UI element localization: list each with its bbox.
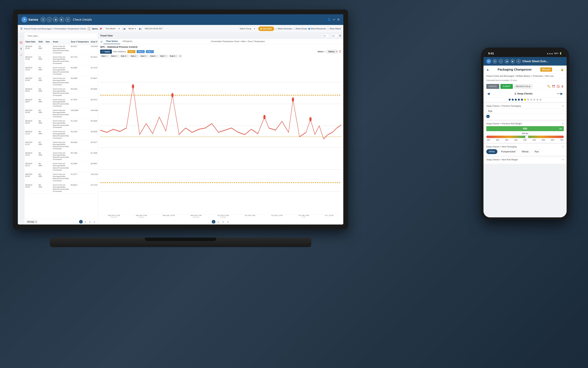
group-dropdown-icon[interactable]: ▾ xyxy=(254,28,255,30)
tab-histogram[interactable]: Histogram xyxy=(120,39,135,44)
option-btn-wheat[interactable]: Wheat xyxy=(519,149,531,154)
rule-tag-x[interactable]: ✕ xyxy=(126,55,128,57)
col-item[interactable]: Item ↕ xyxy=(45,40,52,44)
period-dropdown-icon[interactable]: ▾ xyxy=(135,28,136,30)
delete-icon-phone[interactable]: 🗑 xyxy=(561,85,564,88)
table-row[interactable]: 08/15/24 01:52 4th Shift Kanoa Foods and… xyxy=(24,151,98,162)
sidebar-download-icon[interactable]: ⬇ xyxy=(19,46,23,51)
rule-tag-x[interactable]: ✕ xyxy=(175,55,176,57)
table-row[interactable]: 08/15/24 23:19 3rd Shift Kanoa Foods and… xyxy=(24,65,98,76)
show-group-checkbox[interactable] xyxy=(294,28,295,30)
prev-packaging-input[interactable] xyxy=(486,109,564,114)
this-month-chip-close[interactable]: ✕ xyxy=(116,28,118,30)
swap-nav-prev[interactable]: ◀ xyxy=(486,91,491,96)
sidebar-filter-icon[interactable]: 🚫 xyxy=(19,40,23,45)
phone-home-button[interactable]: ⌂ xyxy=(499,59,503,64)
rule-tag-dropdown[interactable]: ▾ xyxy=(179,55,182,57)
table-row[interactable]: 08/15/24 00:07 4th Shift Kanoa Foods and… xyxy=(24,98,98,108)
slider-thumb[interactable] xyxy=(525,135,528,138)
nelson-clear-button[interactable]: ✕ xyxy=(324,50,326,53)
table-row[interactable]: 08/15/24 00:49 4th Shift Kanoa Foods and… xyxy=(24,119,98,129)
swap-nav-next[interactable]: ▶ xyxy=(560,91,564,96)
table-row[interactable]: 08/15/24 00:28 4th Shift Kanoa Foods and… xyxy=(24,108,98,119)
table-row[interactable]: 08/15/24 01:31 4th Shift Kanoa Foods and… xyxy=(24,140,98,151)
table-row[interactable]: 08/15/24 02:13 4th Shift Kanoa Foods and… xyxy=(24,162,98,172)
rule-tag-x[interactable]: ✕ xyxy=(165,55,167,57)
get-data-button[interactable]: ▶ Get Data xyxy=(258,27,274,31)
swap-nav-dropdown[interactable]: ▾ xyxy=(558,92,560,95)
show-resources-checkbox[interactable] xyxy=(308,28,310,30)
time-icon-phone[interactable]: ⏰ xyxy=(552,85,555,88)
show-summary-checkbox[interactable] xyxy=(276,28,277,30)
nav-next-icon[interactable]: ▶| xyxy=(139,28,141,30)
phone-refresh-button[interactable]: ↻ xyxy=(516,59,521,64)
table-row[interactable]: 08/14/24 23:46 1st Shift Kanoa Foods and… xyxy=(24,55,98,65)
user-icon[interactable]: 👤 xyxy=(327,18,331,21)
table-search-input[interactable] xyxy=(26,34,96,38)
table-row[interactable]: 08/15/24 02:34 4th Shift Kanoa Foods and… xyxy=(24,172,98,183)
table-row[interactable]: 08/15/24 23:40 3rd Shift Kanoa Foods and… xyxy=(24,76,98,87)
min-input[interactable] xyxy=(322,34,329,37)
hamburger-menu-button[interactable]: ☰ xyxy=(40,17,46,22)
col-asset[interactable]: Asset ↕ xyxy=(52,40,70,44)
nav-prev-icon[interactable]: |◀ xyxy=(123,28,125,30)
max-input[interactable] xyxy=(331,34,338,37)
tab-time-series[interactable]: Time Series xyxy=(103,39,120,44)
option-btn-white[interactable]: White xyxy=(486,149,497,154)
chip-dropdown-icon[interactable]: ▾ xyxy=(119,28,120,30)
block-icon-phone[interactable]: 🚫 xyxy=(557,85,560,88)
apply-button[interactable]: ✓ Apply xyxy=(100,50,112,54)
phone-hamburger-button[interactable]: ☰ xyxy=(493,59,497,64)
submit-button-phone[interactable]: SUBMIT xyxy=(500,84,513,89)
nelson-select[interactable]: Nelson xyxy=(327,50,338,54)
rule-tag-x[interactable]: ✕ xyxy=(136,55,137,57)
table-row[interactable]: 08/14/24 23:25 1st Shift Kanoa Foods and… xyxy=(24,44,98,55)
swap-nav-x[interactable]: ✕ xyxy=(557,92,558,95)
section-collapse-icon[interactable]: ▲ xyxy=(486,68,489,71)
table-row[interactable]: 08/15/24 01:10 4th Shift Kanoa Foods and… xyxy=(24,129,98,140)
home-button[interactable]: ⌂ xyxy=(47,17,52,22)
option-btn-rye[interactable]: Rye xyxy=(532,149,542,154)
option-btn-pumpernickel[interactable]: Pumpernickel xyxy=(498,149,518,154)
edit-icon-phone[interactable]: ✏️ xyxy=(547,85,551,88)
next-roll-weight-x[interactable]: ✕ xyxy=(562,158,564,161)
settings-icon[interactable]: ⚙ xyxy=(337,18,340,21)
page-2-button[interactable]: 2 xyxy=(84,220,87,224)
logout-icon[interactable]: ↩ xyxy=(333,18,335,21)
roll-weight-x[interactable]: ✕ xyxy=(562,122,564,125)
prev-packaging-x[interactable]: ✕ xyxy=(562,105,564,107)
rule-tag-x[interactable]: ✕ xyxy=(156,55,157,57)
col-z1[interactable]: Zone 1 Temperature xyxy=(70,40,90,44)
sidebar-menu-icon[interactable]: ⋯ xyxy=(19,34,23,39)
refresh-button[interactable]: ↻ xyxy=(65,17,70,22)
col-z2[interactable]: Zone 2 Temperature xyxy=(90,40,98,44)
chart-page-4[interactable]: 4 xyxy=(226,220,230,224)
page-4-button[interactable]: 4 xyxy=(93,220,96,224)
phone-back-button[interactable]: ◀ xyxy=(505,59,509,64)
chart-page-3[interactable]: 3 xyxy=(221,220,225,224)
table-row[interactable]: 08/15/24 02:55 4th Shift Kanoa Foods and… xyxy=(24,183,98,193)
back-button[interactable]: ◀ xyxy=(53,17,58,22)
slider-track[interactable] xyxy=(486,136,564,138)
rule-tag-x[interactable]: ✕ xyxy=(117,55,118,57)
cancel-button-phone[interactable]: CANCEL xyxy=(486,84,499,89)
forward-button[interactable]: ▶ xyxy=(59,17,64,22)
date-end-chip[interactable]: 09/01/24 00:00 EDT xyxy=(143,27,165,30)
select-group-chip[interactable]: Select Group... ▾ xyxy=(238,27,257,31)
chart-page-1[interactable]: 1 xyxy=(212,220,215,224)
col-date[interactable]: Taken Date ↕ xyxy=(24,40,37,44)
show-status-checkbox[interactable] xyxy=(327,28,329,30)
phone-forward-button[interactable]: ▶ xyxy=(511,59,515,64)
nelson-help-icon[interactable]: ❓ xyxy=(339,50,341,53)
chart-page-2[interactable]: 2 xyxy=(217,220,220,224)
rule1-badge[interactable]: Rule 1 xyxy=(128,50,135,53)
col-shift[interactable]: Shift ↕ xyxy=(37,40,45,44)
period-chip[interactable]: Month ▾ xyxy=(127,27,138,31)
page-3-button[interactable]: 3 xyxy=(88,220,92,224)
rule-tag-x[interactable]: ✕ xyxy=(107,55,108,57)
this-month-chip[interactable]: This Month ✕ ▾ xyxy=(104,27,121,31)
rule7-badge[interactable]: Rule 7 xyxy=(146,50,154,53)
page-1-button[interactable]: 1 xyxy=(79,220,83,224)
rows-per-page-select[interactable]: 50 rows xyxy=(26,220,37,224)
trend-close-button[interactable]: ✕ xyxy=(339,34,341,37)
